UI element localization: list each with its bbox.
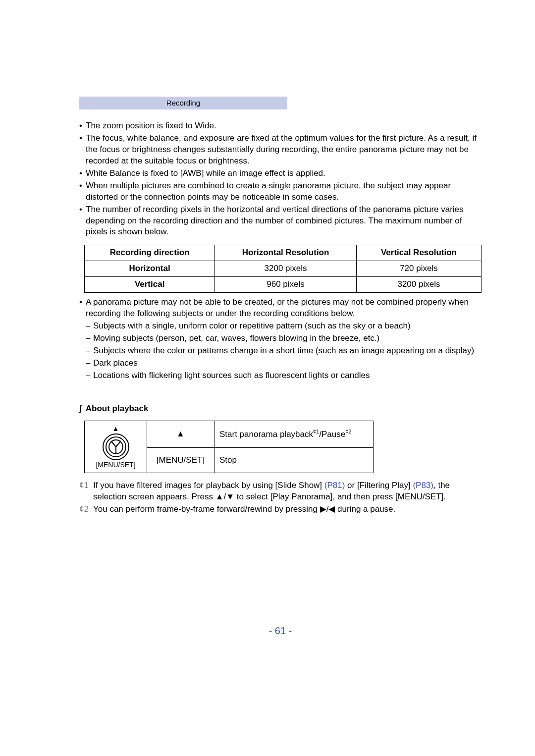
square-bullet-icon: ∫ bbox=[79, 403, 82, 415]
top-bullet-list: The zoom position is fixed to Wide. The … bbox=[79, 120, 482, 238]
col-header: Recording direction bbox=[85, 245, 215, 261]
footnote-2: ¢2 You can perform frame-by-frame forwar… bbox=[79, 504, 482, 515]
svg-line-3 bbox=[111, 441, 116, 447]
footnote-mark: ¢1 bbox=[79, 480, 89, 491]
list-item: Locations with flickering light sources … bbox=[86, 370, 482, 381]
list-item: When multiple pictures are combined to c… bbox=[79, 180, 482, 203]
arrow-glyph-icon: ◀ bbox=[328, 504, 335, 514]
list-item: Subjects with a single, uniform color or… bbox=[86, 321, 482, 332]
list-item-lead: A panorama picture may not be able to be… bbox=[86, 297, 469, 318]
section-header: Recording bbox=[79, 97, 287, 109]
footnote-body: You can perform frame-by-frame forward/r… bbox=[93, 504, 395, 514]
key-cell: ▲ bbox=[147, 421, 214, 447]
footnote-ref: ¢1 bbox=[313, 429, 319, 434]
action-cell: Start panorama playback¢1/Pause¢2 bbox=[214, 421, 374, 447]
list-item: Dark places bbox=[86, 358, 482, 369]
table-row: Horizontal 3200 pixels 720 pixels bbox=[85, 261, 482, 277]
about-playback-heading: ∫ About playback bbox=[79, 403, 482, 415]
footnote-body: If you have filtered images for playback… bbox=[93, 481, 450, 501]
row-header: Vertical bbox=[85, 277, 215, 293]
footnote-1: ¢1 If you have filtered images for playb… bbox=[79, 480, 482, 503]
arrow-glyph-icon: ▶ bbox=[320, 504, 326, 514]
row-header: Horizontal bbox=[85, 261, 215, 277]
action-text: /Pause bbox=[319, 430, 345, 439]
page-content: Recording The zoom position is fixed to … bbox=[0, 0, 535, 638]
footnote-mark: ¢2 bbox=[79, 504, 89, 515]
list-item: White Balance is fixed to [AWB] while an… bbox=[79, 168, 482, 179]
list-item: A panorama picture may not be able to be… bbox=[79, 297, 482, 381]
key-cell: [MENU/SET] bbox=[147, 447, 214, 473]
list-item: The focus, white balance, and exposure a… bbox=[79, 133, 482, 167]
cell: 3200 pixels bbox=[356, 277, 481, 293]
list-item: The zoom position is fixed to Wide. bbox=[79, 120, 482, 132]
control-diagram-cell: ▲ [MENU/SET] bbox=[85, 421, 147, 473]
arrow-glyph-icon: ▲ bbox=[215, 492, 224, 501]
cell: 720 pixels bbox=[356, 261, 481, 277]
sub-list: Subjects with a single, uniform color or… bbox=[86, 321, 482, 381]
dial-icon bbox=[101, 432, 131, 461]
list-item: Subjects where the color or patterns cha… bbox=[86, 345, 482, 357]
page-link[interactable]: (P83) bbox=[413, 481, 433, 490]
conditions-list: A panorama picture may not be able to be… bbox=[79, 297, 482, 381]
cell: 3200 pixels bbox=[215, 261, 357, 277]
list-item: The number of recording pixels in the ho… bbox=[79, 204, 482, 238]
page-number: - 61 - bbox=[79, 624, 482, 638]
resolution-table: Recording direction Horizontal Resolutio… bbox=[84, 245, 482, 293]
heading-text: About playback bbox=[86, 404, 149, 413]
action-cell: Stop bbox=[214, 447, 374, 473]
table-row: Vertical 960 pixels 3200 pixels bbox=[85, 277, 482, 293]
svg-line-4 bbox=[116, 441, 121, 447]
col-header: Vertical Resolution bbox=[356, 245, 481, 261]
arrow-glyph-icon: ▼ bbox=[226, 492, 234, 501]
playback-table: ▲ [MENU/SET] ▲ Start panorama playback¢1… bbox=[84, 421, 374, 474]
diagram-label: [MENU/SET] bbox=[90, 461, 142, 469]
cell: 960 pixels bbox=[215, 277, 357, 293]
list-item: Moving subjects (person, pet, car, waves… bbox=[86, 333, 482, 344]
page-link[interactable]: (P81) bbox=[324, 481, 345, 490]
footnote-ref: ¢2 bbox=[345, 429, 351, 434]
up-triangle-icon: ▲ bbox=[176, 429, 185, 438]
action-text: Start panorama playback bbox=[219, 430, 313, 439]
col-header: Horizontal Resolution bbox=[215, 245, 357, 261]
up-triangle-icon: ▲ bbox=[90, 425, 142, 432]
